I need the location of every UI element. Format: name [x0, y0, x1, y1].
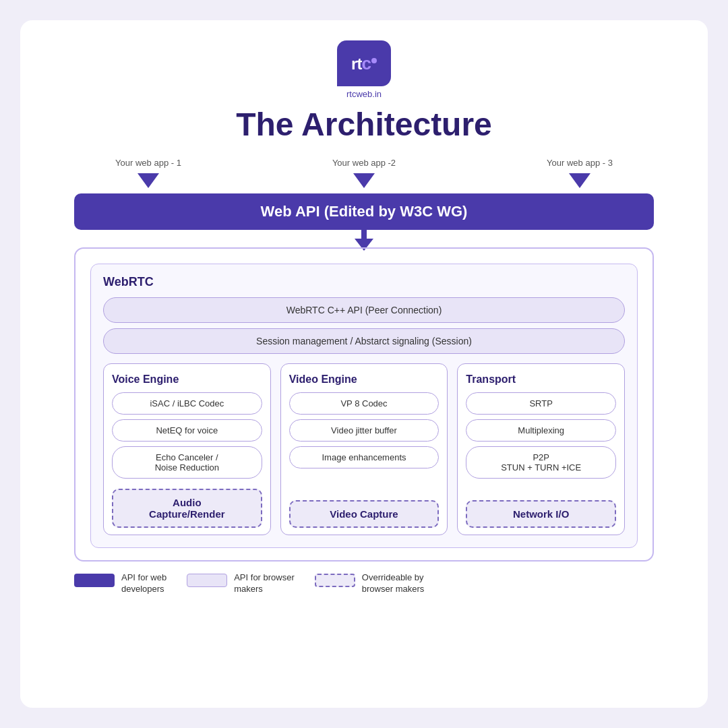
session-management-box: Session management / Abstarct signaling … [103, 328, 625, 354]
voice-engine-title: Voice Engine [112, 373, 262, 386]
voice-item-2: NetEQ for voice [112, 419, 262, 442]
legend-dashed-text: Overrideable bybrowser makers [362, 572, 424, 595]
logo-dot [371, 58, 377, 63]
web-app-label-2: Your web app -2 [332, 158, 396, 168]
video-item-3: Image enhancements [289, 446, 439, 468]
page-title: The Architecture [236, 106, 492, 143]
legend-row: API for webdevelopers API for browsermak… [74, 572, 654, 595]
webrtc-cpp-api-box: WebRTC C++ API (Peer Connection) [103, 297, 625, 323]
logo-c: c [361, 53, 370, 73]
webrtc-box: WebRTC WebRTC C++ API (Peer Connection) … [90, 264, 638, 548]
logo-bubble: rtc [337, 40, 391, 86]
main-container: WebRTC WebRTC C++ API (Peer Connection) … [74, 247, 654, 562]
network-io-box: Network I/O [466, 500, 616, 528]
transport-item-2: Multiplexing [466, 419, 616, 442]
transport-col: Transport SRTP Multiplexing P2PSTUN + TU… [457, 363, 625, 535]
voice-item-1: iSAC / iLBC Codec [112, 392, 262, 415]
transport-item-3: P2PSTUN + TURN +ICE [466, 446, 616, 479]
web-app-col-1: Your web app - 1 [81, 158, 216, 188]
logo-area: rtc rtcweb.in [337, 40, 391, 99]
arrow-down-2 [353, 173, 375, 188]
video-engine-title: Video Engine [289, 373, 439, 386]
video-item-1: VP 8 Codec [289, 392, 439, 415]
arrow-down-1 [138, 173, 159, 188]
legend-dashed-box [315, 574, 355, 587]
transport-item-1: SRTP [466, 392, 616, 415]
web-app-col-3: Your web app - 3 [512, 158, 647, 188]
video-capture-box: Video Capture [289, 500, 439, 528]
web-api-bar: Web API (Edited by W3C WG) [74, 193, 654, 230]
web-app-label-1: Your web app - 1 [115, 158, 181, 168]
video-item-2: Video jitter buffer [289, 419, 439, 442]
legend-solid-item: API for webdevelopers [74, 572, 166, 595]
webrtc-label: WebRTC [103, 275, 625, 289]
legend-dashed-item: Overrideable bybrowser makers [315, 572, 424, 595]
logo-text: rtc [351, 53, 377, 74]
web-apps-row: Your web app - 1 Your web app -2 Your we… [74, 158, 654, 188]
legend-light-item: API for browsermakers [187, 572, 295, 595]
logo-rt: rt [351, 55, 361, 73]
connector-arrow [74, 230, 654, 247]
arrow-down-3 [569, 173, 590, 188]
transport-title: Transport [466, 373, 616, 386]
legend-solid-text: API for webdevelopers [121, 572, 166, 595]
main-card: rtc rtcweb.in The Architecture Your web … [20, 20, 708, 708]
legend-solid-box [74, 574, 115, 587]
voice-engine-col: Voice Engine iSAC / iLBC Codec NetEQ for… [103, 363, 271, 535]
legend-light-text: API for browsermakers [234, 572, 295, 595]
voice-capture-box: AudioCapture/Render [112, 489, 262, 528]
legend-light-box [187, 574, 227, 587]
web-app-label-3: Your web app - 3 [547, 158, 613, 168]
logo-subtitle: rtcweb.in [346, 89, 382, 99]
voice-item-3: Echo Canceler /Noise Reduction [112, 446, 262, 479]
video-engine-col: Video Engine VP 8 Codec Video jitter buf… [280, 363, 448, 535]
web-app-col-2: Your web app -2 [297, 158, 431, 188]
engines-row: Voice Engine iSAC / iLBC Codec NetEQ for… [103, 363, 625, 535]
